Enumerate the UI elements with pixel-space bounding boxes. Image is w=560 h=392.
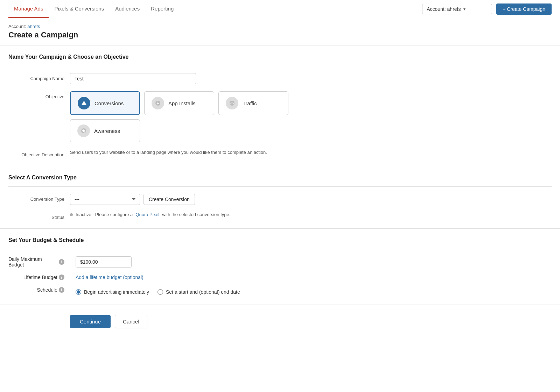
- lifetime-budget-row: Lifetime Budget i Add a lifetime budget …: [8, 275, 552, 280]
- nav-tab-manage-ads[interactable]: Manage Ads: [8, 0, 49, 18]
- conversion-type-section: Select A Conversion Type Conversion Type…: [0, 166, 560, 220]
- app-installs-label: App Installs: [168, 100, 196, 106]
- schedule-immediately-option[interactable]: Begin advertising immediately: [76, 289, 149, 295]
- conversion-type-input-row: --- Create Conversion: [70, 194, 552, 205]
- conversion-type-label: Conversion Type: [8, 194, 64, 202]
- budget-schedule-section: Set Your Budget & Schedule Daily Maximum…: [0, 229, 560, 295]
- conversion-type-control: --- Create Conversion: [70, 194, 552, 205]
- schedule-start-end-option[interactable]: Set a start and (optional) end date: [158, 289, 240, 295]
- lifetime-budget-info-icon[interactable]: i: [59, 275, 64, 280]
- svg-point-2: [230, 101, 234, 106]
- campaign-name-control: [70, 73, 552, 84]
- objective-description-row: Objective Description Send users to your…: [8, 149, 552, 157]
- conversion-type-row: Conversion Type --- Create Conversion: [8, 194, 552, 205]
- name-objective-section: Name Your Campaign & Choose an Objective…: [0, 45, 560, 157]
- nav-tabs: Manage Ads Pixels & Conversions Audience…: [8, 0, 422, 18]
- objective-description-text: Send users to your website or to a landi…: [70, 148, 267, 155]
- awareness-label: Awareness: [94, 128, 120, 134]
- lifetime-budget-control: Add a lifetime budget (optional): [70, 275, 552, 280]
- objective-description-control: Send users to your website or to a landi…: [70, 149, 552, 155]
- schedule-info-icon[interactable]: i: [59, 287, 64, 293]
- add-lifetime-budget-link[interactable]: Add a lifetime budget (optional): [76, 275, 144, 280]
- breadcrumb: Account: ahrefs: [0, 18, 560, 30]
- status-dot-icon: [70, 213, 73, 216]
- schedule-radio-group: Begin advertising immediately Set a star…: [76, 287, 552, 295]
- schedule-start-end-label: Set a start and (optional) end date: [166, 289, 240, 295]
- nav-tab-pixels-conversions[interactable]: Pixels & Conversions: [49, 0, 110, 18]
- daily-budget-label-wrap: Daily Maximum Budget i: [8, 256, 64, 268]
- nav-tab-reporting[interactable]: Reporting: [145, 0, 179, 18]
- conversions-icon: [78, 97, 90, 109]
- nav-tab-audiences[interactable]: Audiences: [110, 0, 145, 18]
- app-installs-icon: [152, 97, 164, 109]
- account-breadcrumb-link[interactable]: ahrefs: [27, 24, 40, 29]
- objective-card-traffic[interactable]: Traffic: [218, 91, 288, 115]
- schedule-start-end-radio[interactable]: [158, 289, 163, 295]
- status-prefix: Inactive · Please configure a: [76, 212, 133, 217]
- lifetime-budget-label: Lifetime Budget: [23, 275, 57, 280]
- create-campaign-button[interactable]: + Create Campaign: [496, 3, 552, 15]
- name-objective-title: Name Your Campaign & Choose an Objective: [8, 54, 552, 60]
- create-conversion-button[interactable]: Create Conversion: [144, 194, 195, 205]
- conversions-label: Conversions: [94, 100, 124, 106]
- traffic-label: Traffic: [243, 100, 257, 106]
- schedule-row: Schedule i Begin advertising immediately…: [8, 287, 552, 295]
- account-label: Account: ahrefs: [427, 6, 461, 12]
- nav-bar: Manage Ads Pixels & Conversions Audience…: [0, 0, 560, 18]
- status-row: Status Inactive · Please configure a Quo…: [8, 212, 552, 220]
- chevron-down-icon: ▾: [463, 7, 465, 12]
- form-footer: Continue Cancel: [62, 305, 560, 342]
- svg-marker-0: [82, 101, 86, 105]
- schedule-control: Begin advertising immediately Set a star…: [70, 287, 552, 295]
- objective-label: Objective: [8, 91, 64, 99]
- objective-card-conversions[interactable]: Conversions: [70, 91, 140, 115]
- objective-row: Objective Conversions: [8, 91, 552, 142]
- objective-description-label: Objective Description: [8, 149, 64, 157]
- objective-control: Conversions App Installs: [70, 91, 552, 142]
- status-control: Inactive · Please configure a Quora Pixe…: [70, 212, 552, 217]
- cancel-button[interactable]: Cancel: [115, 315, 147, 328]
- schedule-label-wrap: Schedule i: [8, 287, 64, 293]
- daily-budget-info-icon[interactable]: i: [59, 259, 64, 265]
- budget-schedule-title: Set Your Budget & Schedule: [8, 237, 552, 243]
- campaign-name-label: Campaign Name: [8, 73, 64, 81]
- conversion-type-select[interactable]: ---: [70, 194, 140, 205]
- account-selector[interactable]: Account: ahrefs ▾: [422, 4, 492, 14]
- nav-right: Account: ahrefs ▾ + Create Campaign: [422, 3, 552, 15]
- status-info: Inactive · Please configure a Quora Pixe…: [70, 212, 552, 217]
- continue-button[interactable]: Continue: [70, 315, 111, 328]
- daily-budget-input[interactable]: [76, 256, 132, 268]
- awareness-icon: [77, 124, 90, 137]
- daily-budget-row: Daily Maximum Budget i: [8, 256, 552, 268]
- daily-budget-control: [70, 256, 552, 268]
- objective-card-awareness[interactable]: Awareness: [70, 119, 140, 142]
- objective-cards-row2: Awareness: [70, 119, 552, 142]
- objective-cards: Conversions App Installs: [70, 91, 552, 115]
- quora-pixel-link[interactable]: Quora Pixel: [135, 212, 159, 217]
- lifetime-budget-label-wrap: Lifetime Budget i: [8, 275, 64, 280]
- conversion-type-title: Select A Conversion Type: [8, 174, 552, 181]
- traffic-icon: [226, 97, 238, 109]
- objective-card-app-installs[interactable]: App Installs: [144, 91, 214, 115]
- status-label: Status: [8, 212, 64, 220]
- daily-budget-label: Daily Maximum Budget: [8, 256, 57, 268]
- page-title: Create a Campaign: [0, 30, 560, 45]
- schedule-label: Schedule: [37, 287, 57, 293]
- schedule-immediately-radio[interactable]: [76, 289, 81, 295]
- schedule-immediately-label: Begin advertising immediately: [84, 289, 149, 295]
- status-suffix: with the selected conversion type.: [162, 212, 230, 217]
- campaign-name-row: Campaign Name: [8, 73, 552, 84]
- campaign-name-input[interactable]: [70, 73, 196, 84]
